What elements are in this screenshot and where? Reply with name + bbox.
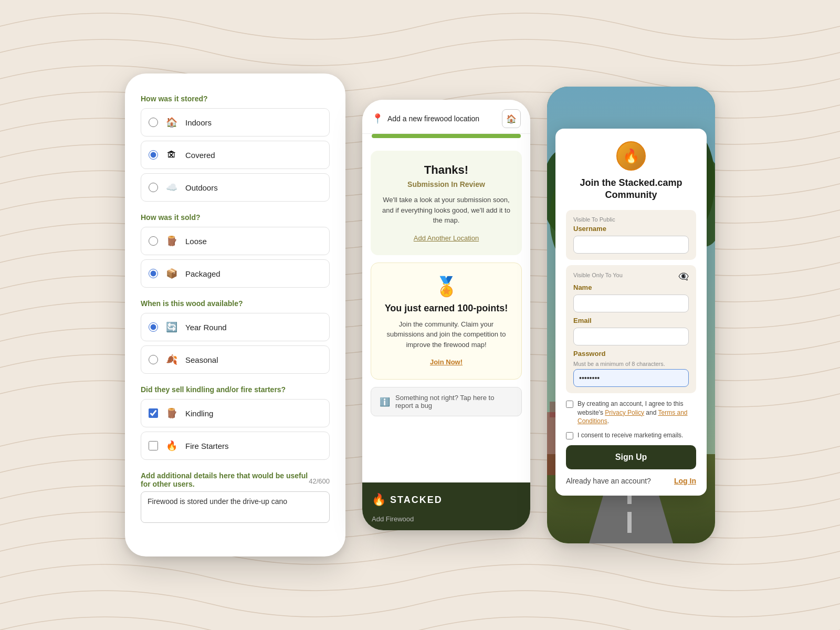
covered-icon: 🏚: [164, 148, 179, 162]
header-title: Add a new firewood location: [387, 114, 479, 123]
covered-label: Covered: [185, 151, 215, 160]
option-indoors[interactable]: 🏠 Indoors: [141, 108, 330, 136]
radio-yearround[interactable]: [149, 322, 158, 332]
storage-section: How was it stored? 🏠 Indoors 🏚 Covered ☁…: [141, 94, 330, 202]
join-now-link[interactable]: Join Now!: [430, 358, 463, 366]
password-input-wrap: [573, 369, 689, 387]
medal-icon: 🏅: [382, 276, 511, 298]
option-yearround[interactable]: 🔄 Year Round: [141, 313, 330, 341]
submission-header: 📍 Add a new firewood location 🏠: [362, 100, 530, 134]
terms-checkbox-row: By creating an account, I agree to this …: [566, 400, 696, 426]
login-question: Already have an account?: [566, 477, 651, 485]
pin-icon: 📍: [372, 113, 383, 124]
brand-logo-circle: 🔥: [616, 141, 646, 171]
username-field-label: Username: [573, 225, 689, 233]
stacked-logo: 🔥 STACKED: [372, 493, 521, 507]
availability-section: When is this wood available? 🔄 Year Roun…: [141, 299, 330, 374]
private-section: Visible Only To You 👁️‍🗨️ Name Email Pas…: [566, 265, 696, 393]
private-fields: Name Email Password Must be a minimum of…: [573, 284, 689, 387]
radio-seasonal[interactable]: [149, 355, 158, 364]
phone-signup: 🔥 Join the Stacked.campCommunity Visible…: [547, 87, 715, 543]
stacked-logo-text: STACKED: [390, 495, 443, 506]
password-input[interactable]: [573, 369, 689, 387]
thanks-card: Thanks! Submission In Review We'll take …: [371, 151, 522, 255]
submission-content: Thanks! Submission In Review We'll take …: [362, 143, 530, 482]
sold-label: How was it sold?: [141, 213, 330, 222]
firestarters-icon: 🔥: [164, 438, 179, 453]
name-input[interactable]: [573, 295, 689, 312]
marketing-text: I consent to receive marketing emails.: [578, 431, 683, 440]
option-loose[interactable]: 🪵 Loose: [141, 227, 330, 255]
indoors-label: Indoors: [185, 118, 212, 127]
name-field-label: Name: [573, 284, 689, 291]
join-title: Join the Stacked.campCommunity: [566, 177, 696, 202]
username-input[interactable]: [573, 236, 689, 254]
char-count: 42/600: [309, 477, 330, 485]
stacked-logo-icon: 🔥: [372, 493, 386, 507]
checkbox-kindling[interactable]: [149, 408, 158, 418]
option-kindling[interactable]: 🪵 Kindling: [141, 399, 330, 427]
packaged-icon: 📦: [164, 266, 179, 281]
login-link[interactable]: Log In: [674, 477, 696, 485]
name-field-group: Name: [573, 284, 689, 312]
storage-label: How was it stored?: [141, 94, 330, 103]
radio-packaged[interactable]: [149, 269, 158, 278]
details-textarea[interactable]: Firewood is stored under the drive-up ca…: [141, 491, 330, 523]
kindling-icon: 🪵: [164, 406, 179, 421]
points-title: You just earned 100-points!: [382, 303, 511, 314]
phone-submission: 📍 Add a new firewood location 🏠 Thanks! …: [362, 100, 530, 530]
footer-nav-item[interactable]: Add Firewood: [372, 515, 521, 523]
points-text: Join the community. Claim your submissio…: [382, 319, 511, 350]
radio-loose[interactable]: [149, 236, 158, 246]
bug-report-text: Something not right? Tap here to report …: [395, 394, 513, 410]
bug-report-bar[interactable]: ℹ️ Something not right? Tap here to repo…: [371, 387, 522, 416]
radio-indoors[interactable]: [149, 118, 158, 127]
outdoors-label: Outdoors: [185, 183, 218, 192]
loose-label: Loose: [185, 237, 207, 246]
radio-outdoors[interactable]: [149, 183, 158, 192]
details-section: Add additional details here that would b…: [141, 471, 330, 525]
checkbox-firestarters[interactable]: [149, 441, 158, 450]
password-hint: Must be a minimum of 8 characters.: [573, 361, 689, 367]
progress-bar: [372, 134, 521, 138]
details-label: Add additional details here that would b…: [141, 471, 309, 488]
seasonal-icon: 🍂: [164, 352, 179, 367]
email-field-group: Email: [573, 317, 689, 345]
privacy-policy-link[interactable]: Privacy Policy: [605, 409, 644, 416]
radio-covered[interactable]: [149, 150, 158, 160]
password-field-label: Password: [573, 350, 689, 358]
kindling-section: Did they sell kindling and/or fire start…: [141, 385, 330, 460]
marketing-checkbox-row: I consent to receive marketing emails.: [566, 431, 696, 440]
marketing-checkbox[interactable]: [566, 432, 573, 439]
submission-text: We'll take a look at your submission soo…: [381, 195, 511, 226]
info-icon: ℹ️: [380, 397, 390, 407]
submission-subtitle: Submission In Review: [381, 180, 511, 188]
packaged-label: Packaged: [185, 269, 220, 278]
eye-icon[interactable]: 👁️‍🗨️: [678, 271, 689, 281]
option-seasonal[interactable]: 🍂 Seasonal: [141, 345, 330, 374]
submission-footer: 🔥 STACKED Add Firewood: [362, 482, 530, 530]
terms-text: By creating an account, I agree to this …: [578, 400, 696, 426]
kindling-section-label: Did they sell kindling and/or fire start…: [141, 385, 330, 394]
yearround-label: Year Round: [185, 323, 227, 332]
sign-up-button[interactable]: Sign Up: [566, 445, 696, 469]
email-field-label: Email: [573, 317, 689, 324]
brand-fire-icon: 🔥: [623, 148, 639, 164]
terms-checkbox[interactable]: [566, 401, 573, 408]
header-left: 📍 Add a new firewood location: [372, 113, 479, 124]
email-input[interactable]: [573, 328, 689, 345]
login-row: Already have an account? Log In: [566, 477, 696, 485]
visible-public-section: Visible To Public Username: [566, 210, 696, 260]
option-outdoors[interactable]: ☁️ Outdoors: [141, 173, 330, 202]
home-button[interactable]: 🏠: [502, 109, 521, 128]
sold-section: How was it sold? 🪵 Loose 📦 Packaged: [141, 213, 330, 288]
indoors-icon: 🏠: [164, 115, 179, 130]
visible-private-label: Visible Only To You: [573, 272, 623, 278]
home-icon: 🏠: [506, 114, 517, 124]
points-card: 🏅 You just earned 100-points! Join the c…: [371, 262, 522, 380]
kindling-label: Kindling: [185, 409, 213, 418]
option-firestarters[interactable]: 🔥 Fire Starters: [141, 432, 330, 460]
add-location-link[interactable]: Add Another Location: [414, 234, 479, 242]
option-packaged[interactable]: 📦 Packaged: [141, 259, 330, 288]
option-covered[interactable]: 🏚 Covered: [141, 141, 330, 169]
